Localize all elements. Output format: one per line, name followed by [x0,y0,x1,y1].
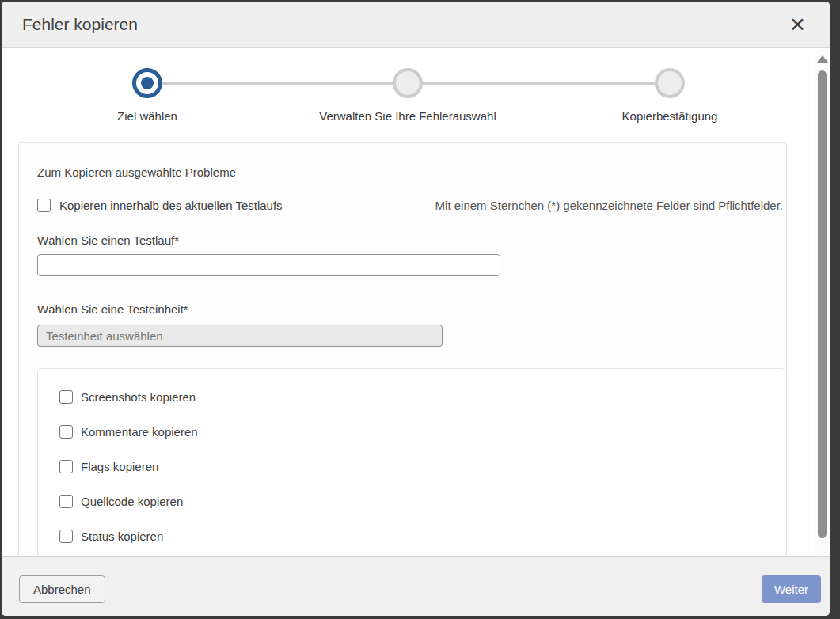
copy-status-checkbox[interactable] [59,530,73,543]
scrollbar-thumb[interactable] [818,70,827,538]
copy-status-option[interactable]: Status kopieren [59,529,785,543]
copy-screenshots-checkbox[interactable] [59,390,73,404]
copy-flags-checkbox[interactable] [59,460,73,473]
close-icon[interactable]: ✕ [786,13,809,36]
copy-flags-option[interactable]: Flags kopieren [59,459,785,473]
step-1-indicator-active [132,68,162,98]
copy-within-current-testrun-option[interactable]: Kopieren innerhalb des aktuellen Testlau… [37,199,283,212]
scrollbar-up-arrow-icon[interactable] [816,55,829,63]
cancel-button[interactable]: Abbrechen [19,575,105,603]
testrun-input[interactable] [37,254,500,276]
copy-comments-label: Kommentare kopieren [81,425,198,439]
testunit-select-input[interactable] [37,325,443,347]
copy-sourcecode-label: Quellcode kopieren [81,495,183,508]
copy-comments-option[interactable]: Kommentare kopieren [59,424,785,439]
testrun-field-label: Wählen Sie einen Testlauf* [37,234,786,247]
required-fields-note: Mit einem Sternchen (*) gekennzeichnete … [435,199,783,212]
step-3-label: Kopierbestätigung [543,109,796,123]
step-content-panel: Zum Kopieren ausgewählte Probleme Kopier… [18,142,787,616]
next-button[interactable]: Weiter [762,575,821,603]
step-2-label: Verwalten Sie Ihre Fehlerauswahl [281,109,534,123]
copy-status-label: Status kopieren [81,530,163,543]
testunit-field-label: Wählen Sie eine Testeinheit* [37,302,786,316]
vertical-scrollbar[interactable] [815,49,829,556]
copy-sourcecode-option[interactable]: Quellcode kopieren [59,494,785,508]
wizard-stepper: Ziel wählen Verwalten Sie Ihre Fehleraus… [2,49,830,136]
copy-screenshots-label: Screenshots kopieren [81,390,196,404]
copy-errors-dialog: Fehler kopieren ✕ Ziel wählen Verwalten … [2,2,830,616]
copy-within-row: Kopieren innerhalb des aktuellen Testlau… [37,199,783,212]
copy-sourcecode-checkbox[interactable] [59,495,73,508]
step-3-indicator [655,68,685,98]
dialog-footer: Abbrechen Weiter [2,556,830,616]
dialog-title: Fehler kopieren [22,15,138,34]
dialog-body: Ziel wählen Verwalten Sie Ihre Fehleraus… [2,49,830,556]
copy-comments-checkbox[interactable] [59,425,73,439]
copy-flags-label: Flags kopieren [81,460,158,473]
step-1-label: Ziel wählen [21,109,274,123]
copy-within-current-testrun-label: Kopieren innerhalb des aktuellen Testlau… [59,199,283,212]
dialog-header: Fehler kopieren ✕ [2,2,830,48]
section-title: Zum Kopieren ausgewählte Probleme [37,165,786,179]
step-1-active-dot [141,77,154,89]
copy-within-current-testrun-checkbox[interactable] [37,199,51,212]
copy-screenshots-option[interactable]: Screenshots kopieren [59,389,785,404]
step-2-indicator [393,68,423,98]
